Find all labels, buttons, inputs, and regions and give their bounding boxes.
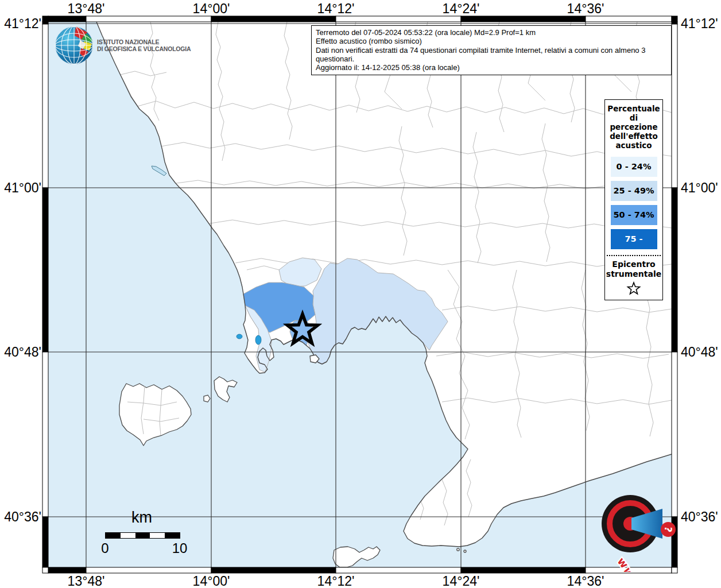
scale-bar-segments <box>105 532 180 539</box>
ingv-globe-icon <box>54 25 94 65</box>
lon-label-bottom: 13°48' <box>52 574 121 588</box>
lon-label-bottom: 14°00' <box>177 574 246 588</box>
scale-end-label: 10 <box>168 540 191 556</box>
svg-text:www.haisentitoilterremoto.it: www.haisentitoilterremoto.it <box>581 555 639 572</box>
ingv-name: ISTITUTO NAZIONALE DI GEOFISICA E VULCAN… <box>97 38 191 52</box>
legend-epicenter-label: Epicentro strumentale <box>605 260 662 279</box>
lon-label-top: 13°48' <box>52 1 121 17</box>
logo-url-www: www. <box>615 555 639 572</box>
islet-li-galli-2 <box>464 550 466 552</box>
lon-label-top: 14°36' <box>551 1 620 17</box>
lon-label-top: 14°12' <box>301 1 370 17</box>
islet-li-galli-1 <box>457 548 459 551</box>
legend-swatch-0-24: 0 - 24% <box>611 157 657 177</box>
lon-label-bottom: 14°24' <box>427 574 495 588</box>
legend-swatch-25-49: 25 - 49% <box>611 181 657 201</box>
scale-start-label: 0 <box>96 540 114 556</box>
lat-label-right: 41°12' <box>681 16 721 32</box>
lon-label-bottom: 14°36' <box>551 574 620 588</box>
lat-label-right: 40°36' <box>681 509 721 525</box>
legend-swatch-50-74: 50 - 74% <box>611 205 657 225</box>
lat-label-right: 40°48' <box>681 345 721 360</box>
lon-label-bottom: 14°12' <box>301 574 370 588</box>
lat-label-right: 41°00' <box>681 180 721 196</box>
haisentitoilterremoto-logo: ? www.haisentitoilterremoto.it <box>581 473 680 572</box>
legend-title: Percentuale di percezione dell'effetto a… <box>605 104 662 150</box>
legend: Percentuale di percezione dell'effetto a… <box>604 99 663 300</box>
scale-unit-label: km <box>107 509 176 527</box>
legend-swatch-75-100: 75 - 100% <box>611 229 657 249</box>
event-info-box: Terremoto del 07-05-2024 05:53:22 (ora l… <box>311 25 672 75</box>
lon-label-top: 14°24' <box>427 1 495 17</box>
ingv-logo: ISTITUTO NAZIONALE DI GEOFISICA E VULCAN… <box>54 25 191 65</box>
lat-label-left: 41°00' <box>0 180 41 196</box>
lat-label-left: 41°12' <box>0 16 41 32</box>
epicenter-star-icon <box>626 281 641 296</box>
lat-label-left: 40°36' <box>0 509 41 525</box>
lat-label-left: 40°48' <box>0 345 41 360</box>
lon-label-top: 14°00' <box>177 1 246 17</box>
map-figure: 13°48' 14°00' 14°12' 14°24' 14°36' 13°48… <box>0 0 721 588</box>
map-canvas <box>48 22 672 567</box>
